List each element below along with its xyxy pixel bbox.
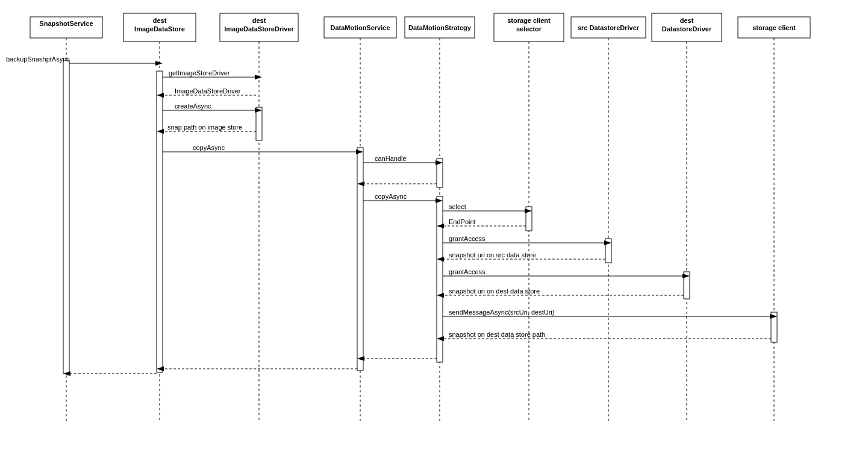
actor-dest-imagedatastoredriver-label: dest [252,17,266,24]
msg-copyasync2-label: copyAsync [375,193,407,200]
actor-dest-imagedatastore-label: dest [153,17,167,24]
actor-storage-client-label: storage client [752,24,796,31]
msg-getimagesstoredriver-label: getImageStoreDriver [169,69,230,77]
msg-grantaccess1-label: grantAccess [449,235,486,242]
msg-grantaccess2-label: grantAccess [449,268,486,275]
msg-canhandle-label: canHandle [375,155,407,162]
msg-copyasync1-label: copyAsync [193,144,225,151]
msg-select-label: select [449,203,466,210]
actor-dest-imagedatastore-label2: ImageDataStore [134,25,185,33]
msg-snapshoturi-dest-return-label: snapshot uri on dest data store [449,287,540,295]
activation-snapshotservice [63,60,69,374]
activation-dest-imagedatastoredriver-1 [256,107,262,140]
activation-datamotionservice [357,148,363,371]
actor-datamotionstrategy-label: DataMotionStrategy [408,24,472,31]
msg-endpoint-return-label: EndPoint [449,218,476,225]
actor-dest-datastoredriver-label2: DatastoreDriver [662,25,712,33]
actor-snapshotservice-label: SnapshotService [39,20,93,27]
actor-storage-client-selector-label2: selector [516,25,542,33]
msg-backupsnashptasync-head [155,61,163,66]
actor-dest-datastoredriver-label: dest [680,17,694,24]
msg-snapshoturi-src-return-label: snapshot uri on src data store [449,251,536,259]
msg-createasync-label: createAsync [175,102,211,110]
actor-src-datastoredriver-label: src DatastoreDriver [578,24,640,31]
msg-sendmessageasync-label: sendMessageAsync(srcUri, destUri) [449,309,554,316]
sequence-diagram: SnapshotService dest ImageDataStore dest… [0,0,868,461]
msg-backupsnashptasync-label: backupSnashptAsync [6,55,70,63]
msg-getimagesstoredriver-head [255,75,262,80]
actor-storage-client-selector-label: storage client [507,17,551,24]
msg-snappath-return-label: snap path on image store [167,124,242,131]
msg-snapshot-dest-path-return-label: snapshot on dest data store path [449,331,545,338]
msg-imagedatastoredriver-return-label: ImageDataStoreDriver [175,87,241,95]
actor-dest-imagedatastoredriver-label2: ImageDataStoreDriver [224,25,294,33]
activation-dest-imagedatastore [157,71,163,372]
actor-datamotionservice-label: DataMotionService [330,24,390,31]
